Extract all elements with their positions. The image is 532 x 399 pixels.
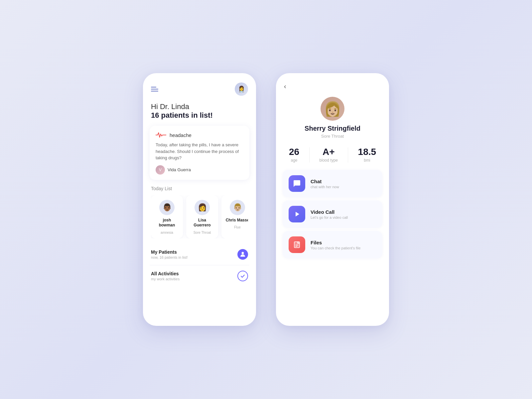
back-button[interactable]: ‹: [284, 82, 286, 90]
patient-avatar-1: 👩: [195, 200, 210, 215]
video-title: Video Call: [311, 209, 348, 215]
right-header: ‹: [276, 73, 389, 93]
stat-age-label: age: [291, 158, 297, 163]
files-sub: You can check the patient's file: [311, 246, 360, 250]
chat-sub: chat with her now: [311, 185, 339, 189]
patient-main-avatar: 👩🏼: [321, 97, 344, 121]
stat-bmi: 18.5 bmi: [358, 147, 376, 163]
stat-divider-1: [309, 147, 310, 163]
video-icon: [293, 210, 301, 218]
my-patients-sub: now, 16 patients in list!: [151, 255, 188, 259]
stat-age: 26 age: [289, 147, 299, 163]
stat-bmi-label: bmi: [364, 158, 370, 163]
files-action[interactable]: Files You can check the patient's file: [283, 231, 382, 258]
patient-card-2[interactable]: 👨🏼 Chris Masse Flue: [221, 195, 248, 238]
left-phone: 👩‍⚕️ Hi Dr. Linda 16 patients in list! h…: [143, 73, 256, 326]
hamburger-icon[interactable]: [151, 87, 158, 91]
action-list: Chat chat with her now Video Call Let's …: [276, 169, 389, 260]
files-title: Files: [311, 240, 360, 245]
stat-divider-2: [348, 147, 348, 163]
patient-condition-1: Sore Throat: [194, 231, 211, 234]
patient-card-1[interactable]: 👩 Lisa Guerrero Sore Throat: [186, 195, 218, 238]
stat-blood-value: A+: [323, 147, 335, 157]
greeting-section: Hi Dr. Linda 16 patients in list!: [143, 99, 256, 126]
stat-age-value: 26: [289, 147, 299, 157]
all-activities-sub: my work activities: [151, 277, 180, 281]
chat-icon: [293, 180, 301, 188]
headache-user-avatar: V: [156, 165, 165, 175]
patient-condition-2: Flue: [234, 225, 240, 229]
headache-title: headache: [170, 132, 192, 138]
patient-card-0[interactable]: 👨🏾 josh bowman amnesia: [151, 195, 183, 238]
video-action[interactable]: Video Call Let's go for a video call: [283, 200, 382, 228]
patient-hero: 👩🏼 Sherry Stringfield Sore Throat: [276, 93, 389, 144]
person-icon: [237, 249, 248, 260]
patient-condition: Sore Throat: [321, 134, 344, 139]
headache-user-name: Vida Guerra: [168, 167, 191, 172]
patient-avatar-2: 👨🏼: [230, 200, 245, 215]
patient-name-1: Lisa Guerrero: [190, 218, 215, 228]
phones-container: 👩‍⚕️ Hi Dr. Linda 16 patients in list! h…: [143, 73, 389, 326]
left-header: 👩‍⚕️: [143, 73, 256, 99]
doctor-avatar[interactable]: 👩‍⚕️: [235, 82, 248, 96]
pulse-icon: [156, 132, 166, 138]
all-activities-title: All Activities: [151, 271, 180, 276]
patient-stats: 26 age A+ blood type 18.5 bmi: [276, 144, 389, 169]
headache-top: headache: [156, 132, 243, 138]
video-icon-wrap: [289, 206, 305, 222]
headache-card[interactable]: headache Today, after taking the pills, …: [150, 126, 249, 180]
patient-name-0: josh bowman: [154, 218, 180, 228]
chat-icon-wrap: [289, 175, 305, 192]
stat-blood-label: blood type: [320, 158, 338, 163]
greeting-patients: 16 patients in list!: [151, 111, 248, 120]
today-section: Today List 👨🏾 josh bowman amnesia 👩 Lisa…: [143, 180, 256, 241]
headache-user: V Vida Guerra: [156, 165, 243, 175]
stat-blood: A+ blood type: [320, 147, 338, 163]
chat-title: Chat: [311, 179, 339, 184]
today-title: Today List: [151, 186, 248, 191]
headache-text: Today, after taking the pills, I have a …: [156, 142, 243, 161]
right-phone: ‹ 👩🏼 Sherry Stringfield Sore Throat 26 a…: [276, 73, 389, 326]
bottom-list: My Patients now, 16 patients in list! Al…: [143, 241, 256, 287]
stat-bmi-value: 18.5: [358, 147, 376, 157]
video-sub: Let's go for a video call: [311, 215, 348, 219]
patient-name: Sherry Stringfield: [305, 125, 360, 132]
all-activities-item[interactable]: All Activities my work activities: [150, 265, 249, 287]
patient-name-2: Chris Masse: [226, 218, 248, 223]
my-patients-title: My Patients: [151, 249, 188, 255]
files-icon: [293, 241, 301, 249]
my-patients-item[interactable]: My Patients now, 16 patients in list!: [150, 244, 249, 265]
files-icon-wrap: [289, 236, 305, 253]
chat-action[interactable]: Chat chat with her now: [283, 170, 382, 197]
greeting-hi: Hi Dr. Linda: [151, 102, 248, 111]
patient-condition-0: amnesia: [161, 231, 173, 234]
check-icon: [237, 271, 248, 281]
svg-point-0: [242, 252, 244, 254]
patient-avatar-0: 👨🏾: [159, 200, 175, 215]
today-cards: 👨🏾 josh bowman amnesia 👩 Lisa Guerrero S…: [151, 195, 248, 238]
